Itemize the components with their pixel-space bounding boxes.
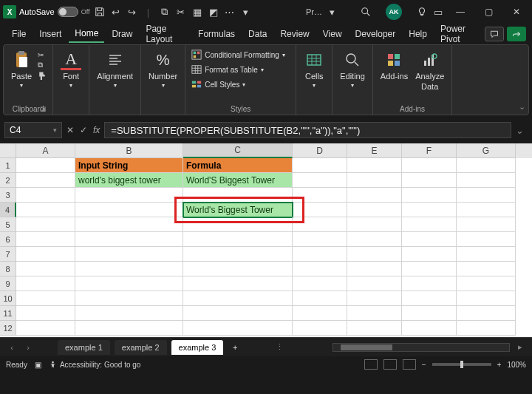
cell-b6[interactable] bbox=[75, 232, 183, 247]
cell-e6[interactable] bbox=[347, 232, 402, 247]
cell-b10[interactable] bbox=[75, 291, 183, 306]
page-layout-view-icon[interactable] bbox=[383, 359, 397, 370]
zoom-slider[interactable] bbox=[432, 363, 491, 366]
editing-button[interactable]: Editing ▾ bbox=[338, 48, 366, 90]
tab-file[interactable]: File bbox=[6, 26, 32, 42]
col-header-d[interactable]: D bbox=[293, 143, 347, 158]
cell-c9[interactable] bbox=[183, 276, 293, 291]
page-break-view-icon[interactable] bbox=[403, 359, 416, 370]
cell-b9[interactable] bbox=[75, 276, 183, 291]
row-header-11[interactable]: 11 bbox=[0, 306, 16, 321]
cell-b1[interactable]: Input String bbox=[75, 158, 183, 173]
cell-e12[interactable] bbox=[347, 321, 402, 336]
cell-d9[interactable] bbox=[293, 276, 347, 291]
sheet-tab-example-2[interactable]: example 2 bbox=[115, 340, 167, 355]
tab-formulas[interactable]: Formulas bbox=[192, 26, 241, 42]
cell-e10[interactable] bbox=[347, 291, 402, 306]
normal-view-icon[interactable] bbox=[364, 359, 378, 370]
cell-d12[interactable] bbox=[293, 321, 347, 336]
row-header-6[interactable]: 6 bbox=[0, 232, 16, 247]
tab-data[interactable]: Data bbox=[242, 26, 273, 42]
cell-c8[interactable] bbox=[183, 262, 293, 276]
scrollbar-thumb[interactable] bbox=[341, 344, 392, 350]
number-button[interactable]: % Number ▾ bbox=[147, 48, 179, 90]
cell-f11[interactable] bbox=[402, 306, 457, 321]
cell-d5[interactable] bbox=[293, 217, 347, 232]
cell-f12[interactable] bbox=[402, 321, 457, 336]
cancel-formula-icon[interactable]: ✕ bbox=[66, 125, 74, 135]
cell-c11[interactable] bbox=[183, 306, 293, 321]
cells-area[interactable]: Input String Formula world's biggest tow… bbox=[16, 158, 532, 336]
autosave-toggle[interactable]: AutoSave Off bbox=[19, 7, 90, 17]
row-header-1[interactable]: 1 bbox=[0, 158, 16, 173]
col-header-c[interactable]: C bbox=[183, 143, 293, 158]
col-header-a[interactable]: A bbox=[16, 143, 75, 158]
cell-c5[interactable] bbox=[183, 217, 293, 232]
qat-extra3-icon[interactable]: ⋯ bbox=[223, 5, 236, 18]
spreadsheet-grid[interactable]: A B C D E F G 1 2 3 4 5 6 7 8 9 10 11 12… bbox=[0, 143, 532, 337]
cell-a8[interactable] bbox=[16, 262, 75, 276]
cell-e9[interactable] bbox=[347, 276, 402, 291]
search-icon[interactable] bbox=[359, 5, 372, 18]
cell-d1[interactable] bbox=[293, 158, 347, 173]
macro-record-icon[interactable]: ▣ bbox=[35, 361, 41, 369]
cell-b7[interactable] bbox=[75, 247, 183, 262]
cell-e4[interactable] bbox=[347, 203, 402, 217]
cell-e5[interactable] bbox=[347, 217, 402, 232]
select-all-corner[interactable] bbox=[0, 143, 16, 158]
format-as-table-button[interactable]: Format as Table ▾ bbox=[191, 64, 285, 75]
cell-g4[interactable] bbox=[457, 203, 516, 217]
cell-d6[interactable] bbox=[293, 232, 347, 247]
cell-b11[interactable] bbox=[75, 306, 183, 321]
cell-a11[interactable] bbox=[16, 306, 75, 321]
sheet-nav-prev-icon[interactable]: ‹ bbox=[6, 343, 18, 352]
ribbon-mode-icon[interactable]: ▭ bbox=[432, 5, 445, 18]
redo-icon[interactable]: ↪ bbox=[126, 5, 139, 18]
name-box[interactable]: C4 ▾ bbox=[4, 122, 62, 138]
cell-b3[interactable] bbox=[75, 188, 183, 203]
cell-c7[interactable] bbox=[183, 247, 293, 262]
format-painter-icon[interactable] bbox=[38, 71, 47, 80]
tab-help[interactable]: Help bbox=[403, 26, 433, 42]
horizontal-scrollbar[interactable] bbox=[332, 343, 510, 352]
cell-b4[interactable] bbox=[75, 203, 183, 217]
zoom-level[interactable]: 100% bbox=[507, 361, 526, 369]
cell-c2[interactable]: World'S Biggest Tower bbox=[183, 173, 293, 188]
cell-e2[interactable] bbox=[347, 173, 402, 188]
cut-icon[interactable]: ✂ bbox=[174, 5, 188, 18]
cell-f5[interactable] bbox=[402, 217, 457, 232]
cell-c6[interactable] bbox=[183, 232, 293, 247]
col-header-b[interactable]: B bbox=[75, 143, 183, 158]
cell-g9[interactable] bbox=[457, 276, 516, 291]
cell-g12[interactable] bbox=[457, 321, 516, 336]
cell-b8[interactable] bbox=[75, 262, 183, 276]
cell-e1[interactable] bbox=[347, 158, 402, 173]
minimize-button[interactable]: — bbox=[448, 1, 473, 22]
cell-b5[interactable] bbox=[75, 217, 183, 232]
cell-d11[interactable] bbox=[293, 306, 347, 321]
comments-button[interactable] bbox=[485, 27, 504, 41]
cell-c1[interactable]: Formula bbox=[183, 158, 293, 173]
cell-f4[interactable] bbox=[402, 203, 457, 217]
cell-g3[interactable] bbox=[457, 188, 516, 203]
accept-formula-icon[interactable]: ✓ bbox=[80, 125, 87, 135]
addins-button[interactable]: Add-ins bbox=[379, 48, 409, 82]
cell-e8[interactable] bbox=[347, 262, 402, 276]
row-header-12[interactable]: 12 bbox=[0, 321, 16, 336]
cell-c10[interactable] bbox=[183, 291, 293, 306]
cell-a1[interactable] bbox=[16, 158, 75, 173]
share-button[interactable] bbox=[507, 27, 526, 41]
row-header-2[interactable]: 2 bbox=[0, 173, 16, 188]
cut-small-icon[interactable]: ✂ bbox=[38, 51, 47, 59]
cell-b12[interactable] bbox=[75, 321, 183, 336]
qat-extra1-icon[interactable]: ▦ bbox=[191, 5, 204, 18]
paste-button[interactable]: Paste ▾ bbox=[10, 48, 33, 90]
cell-f2[interactable] bbox=[402, 173, 457, 188]
cell-g11[interactable] bbox=[457, 306, 516, 321]
row-header-9[interactable]: 9 bbox=[0, 276, 16, 291]
cell-g5[interactable] bbox=[457, 217, 516, 232]
qat-overflow-icon[interactable]: ▾ bbox=[239, 5, 253, 18]
cell-e3[interactable] bbox=[347, 188, 402, 203]
expand-formula-icon[interactable]: ⌄ bbox=[511, 125, 528, 136]
cell-styles-button[interactable]: Cell Styles ▾ bbox=[191, 79, 285, 89]
